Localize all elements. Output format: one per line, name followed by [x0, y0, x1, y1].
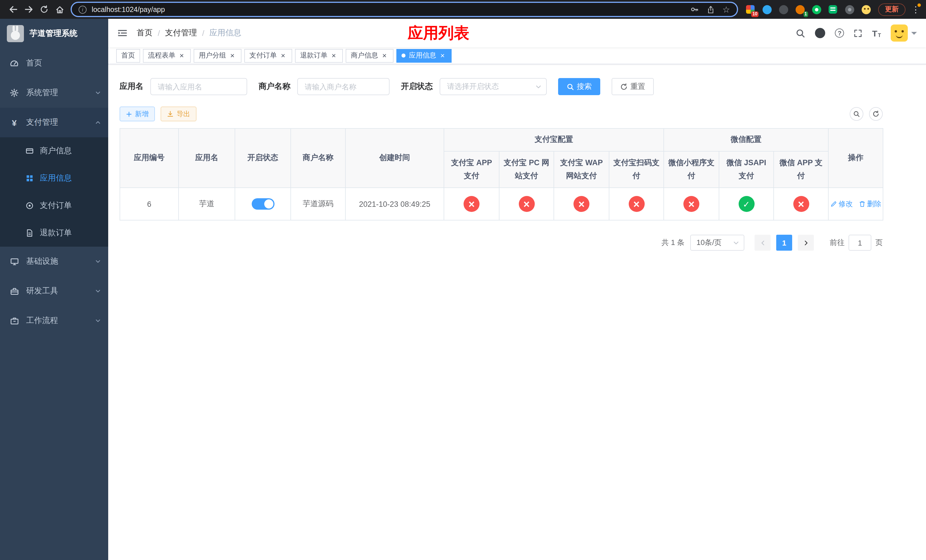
search-icon[interactable] [796, 28, 805, 38]
sidebar-logo[interactable]: 芋道管理系统 [0, 19, 108, 48]
sidebar-item-system[interactable]: 系统管理 [0, 78, 108, 107]
page-number-1[interactable]: 1 [776, 235, 792, 251]
sidebar-item-label: 工作流程 [26, 316, 58, 326]
next-page-button[interactable] [798, 235, 814, 251]
col-header-app-id: 应用编号 [120, 129, 179, 188]
tab-user-group[interactable]: 用户分组 [194, 49, 242, 62]
page-size-select[interactable]: 10条/页 [690, 235, 744, 251]
col-group-alipay: 支付宝配置 [444, 129, 664, 151]
extension-badge: 1 [803, 11, 808, 17]
delete-link[interactable]: 删除 [858, 199, 881, 209]
forward-button[interactable] [21, 2, 36, 17]
status-toggle[interactable] [251, 198, 274, 210]
tabs-bar: 首页 流程表单 用户分组 支付订单 退款订单 [108, 47, 926, 64]
app-name-label: 应用名 [120, 82, 144, 92]
app-name-input[interactable] [150, 78, 247, 95]
edit-link-label: 修改 [838, 199, 853, 209]
export-button[interactable]: 导出 [160, 106, 197, 121]
app-title: 芋道管理系统 [30, 29, 77, 39]
browser-update-button[interactable]: 更新 [878, 3, 905, 16]
browser-toolbar: localhost:1024/pay/app 10 1 [0, 0, 926, 19]
breadcrumb-home[interactable]: 首页 [137, 28, 153, 38]
extension-icon-3[interactable] [778, 4, 789, 15]
merchant-name-input[interactable] [297, 78, 390, 95]
site-info-icon[interactable] [79, 5, 86, 14]
extension-icon-7[interactable] [844, 4, 855, 15]
font-size-icon[interactable] [872, 28, 881, 38]
reload-button[interactable] [36, 2, 52, 17]
sidebar-item-pay-order[interactable]: 支付订单 [0, 192, 108, 219]
address-bar[interactable]: localhost:1024/pay/app [71, 2, 738, 17]
refresh-table-button[interactable] [869, 107, 883, 121]
close-icon[interactable] [380, 51, 388, 59]
col-group-wechat: 微信配置 [664, 129, 828, 151]
home-button[interactable] [52, 2, 67, 17]
sidebar-item-payment[interactable]: 支付管理 [0, 107, 108, 137]
reset-button-label: 重置 [631, 82, 645, 92]
back-button[interactable] [6, 2, 21, 17]
sidebar-item-dev-tools[interactable]: 研发工具 [0, 276, 108, 306]
export-button-label: 导出 [177, 109, 190, 119]
sidebar-item-app-info[interactable]: 应用信息 [0, 165, 108, 192]
sidebar-item-label: 首页 [26, 58, 42, 68]
close-icon[interactable] [228, 51, 236, 59]
close-icon[interactable] [178, 51, 186, 59]
hamburger-icon[interactable] [117, 28, 127, 38]
chevron-down-icon [95, 90, 101, 96]
extension-icon-5[interactable] [811, 4, 822, 15]
gear-icon [9, 88, 20, 97]
tab-merchant-info[interactable]: 商户信息 [346, 49, 393, 62]
merchant-name-label: 商户名称 [259, 82, 291, 92]
credit-card-icon [25, 147, 34, 155]
add-button[interactable]: 新增 [120, 106, 155, 121]
extension-badge: 10 [751, 11, 758, 17]
user-avatar [891, 24, 908, 42]
share-icon[interactable] [707, 5, 714, 14]
payment-submenu: 商户信息 应用信息 支付订单 [0, 137, 108, 247]
sidebar-item-infra[interactable]: 基础设施 [0, 247, 108, 276]
close-icon[interactable] [439, 51, 446, 59]
user-menu[interactable] [891, 24, 917, 42]
search-icon [567, 83, 574, 90]
password-key-icon[interactable] [690, 5, 699, 14]
extension-icon-6[interactable] [828, 4, 838, 15]
prev-page-button[interactable] [755, 235, 770, 251]
toggle-search-button[interactable] [850, 107, 863, 121]
extension-icon-8[interactable] [861, 4, 872, 15]
fullscreen-icon[interactable] [854, 29, 862, 37]
edit-link[interactable]: 修改 [830, 199, 853, 209]
search-button[interactable]: 搜索 [558, 78, 600, 95]
status-select[interactable]: 请选择开启状态 [440, 78, 547, 95]
tab-pay-order[interactable]: 支付订单 [244, 49, 292, 62]
page-size-value: 10条/页 [696, 238, 722, 248]
goto-page-input[interactable] [849, 235, 872, 251]
sidebar-item-merchant-info[interactable]: 商户信息 [0, 137, 108, 165]
close-icon[interactable] [330, 51, 338, 59]
sidebar-item-home[interactable]: 首页 [0, 48, 108, 78]
sidebar-item-workflow[interactable]: 工作流程 [0, 306, 108, 336]
tab-flow-form[interactable]: 流程表单 [143, 49, 191, 62]
breadcrumb-separator: / [202, 29, 204, 38]
chevron-down-icon [95, 288, 101, 294]
extension-icon-2[interactable] [761, 4, 772, 15]
refresh-icon [873, 110, 879, 117]
cell-created: 2021-10-23 08:49:25 [345, 188, 444, 220]
wx-mini-status-icon [683, 196, 699, 212]
extension-icon-1[interactable]: 10 [745, 4, 756, 15]
help-icon[interactable] [835, 29, 844, 38]
extension-icon-4[interactable]: 1 [794, 4, 805, 15]
browser-menu-icon[interactable] [911, 4, 920, 15]
tab-refund-order[interactable]: 退款订单 [295, 49, 343, 62]
breadcrumb: 首页 / 支付管理 / 应用信息 [137, 28, 242, 38]
bookmark-star-icon[interactable] [722, 4, 730, 15]
tab-app-info[interactable]: 应用信息 [396, 49, 452, 62]
close-icon[interactable] [279, 51, 287, 59]
breadcrumb-payment[interactable]: 支付管理 [165, 28, 197, 38]
reset-button[interactable]: 重置 [612, 78, 654, 95]
tab-home[interactable]: 首页 [116, 49, 140, 62]
order-icon [25, 202, 34, 210]
chevron-down-icon [733, 239, 739, 246]
sidebar-item-refund-order[interactable]: 退款订单 [0, 219, 108, 247]
github-icon[interactable] [815, 28, 826, 38]
filter-form: 应用名 商户名称 开启状态 请选择开启状态 [120, 78, 915, 95]
